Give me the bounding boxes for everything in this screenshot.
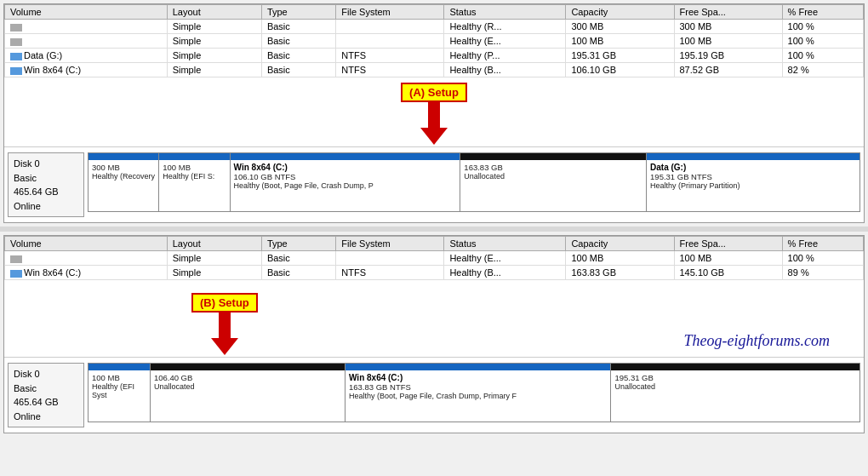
seg-line2: Healthy (Boot, Page File, Crash Dump, Pr… xyxy=(349,392,607,400)
arrow-a xyxy=(420,102,448,145)
cell-capacity: 195.31 GB xyxy=(566,49,674,63)
cell-capacity: 106.10 GB xyxy=(566,63,674,77)
seg-line2: Healthy (Primary Partition) xyxy=(650,181,856,190)
col-b-pct[interactable]: % Free xyxy=(782,237,863,251)
disk-b-visual: Disk 0 Basic 465.64 GB Online 100 MB Hea… xyxy=(4,357,864,433)
col-b-volume[interactable]: Volume xyxy=(5,237,168,251)
disk-segment: 106.40 GB Unallocated xyxy=(151,364,345,422)
col-layout[interactable]: Layout xyxy=(167,5,261,20)
seg-title: Win 8x64 (C:) xyxy=(234,163,457,172)
cell-status: Healthy (P... xyxy=(444,49,566,63)
seg-header xyxy=(151,364,345,370)
disk-a-bar: 300 MB Healthy (Recovery 100 MB Healthy … xyxy=(88,152,860,212)
seg-line2: Unallocated xyxy=(464,172,642,181)
seg-line2: Unallocated xyxy=(614,382,856,391)
seg-line1: 300 MB xyxy=(92,163,155,172)
seg-line1: 163.83 GB NTFS xyxy=(349,382,607,392)
cell-volume xyxy=(5,34,168,49)
cell-type: Basic xyxy=(261,251,335,266)
disk-segment: 163.83 GB Unallocated xyxy=(460,153,647,211)
disk-segment: Win 8x64 (C:) 106.10 GB NTFS Healthy (Bo… xyxy=(231,153,461,211)
table-row: Win 8x64 (C:)SimpleBasicNTFSHealthy (B..… xyxy=(5,266,864,280)
cell-capacity: 300 MB xyxy=(566,20,674,34)
cell-capacity: 100 MB xyxy=(566,251,674,266)
seg-line2: Healthy (Recovery xyxy=(92,172,155,181)
col-b-layout[interactable]: Layout xyxy=(167,237,261,251)
seg-line1: 106.10 GB NTFS xyxy=(234,172,457,181)
col-free[interactable]: Free Spa... xyxy=(674,5,782,20)
cell-layout: Simple xyxy=(167,49,261,63)
section-spacer xyxy=(0,227,868,232)
setup-b-label: (B) Setup xyxy=(191,293,258,313)
cell-free: 87.52 GB xyxy=(674,63,782,77)
disk-segment: 100 MB Healthy (EFI S: xyxy=(159,153,230,211)
cell-status: Healthy (B... xyxy=(444,63,566,77)
setup-a-label: (A) Setup xyxy=(401,83,467,102)
cell-layout: Simple xyxy=(167,34,261,49)
seg-line1: 195.31 GB NTFS xyxy=(650,172,856,181)
cell-status: Healthy (R... xyxy=(444,20,566,34)
cell-type: Basic xyxy=(261,49,335,63)
cell-pct: 100 % xyxy=(782,34,863,49)
cell-free: 100 MB xyxy=(674,34,782,49)
watermark: Theog-eightforums.com xyxy=(684,332,830,350)
arrow-b xyxy=(211,313,238,355)
disk-b-bar: 100 MB Healthy (EFI Syst 106.40 GB Unall… xyxy=(88,363,860,422)
seg-header xyxy=(159,153,229,160)
col-b-status[interactable]: Status xyxy=(444,237,566,251)
cell-status: Healthy (E... xyxy=(444,34,566,49)
cell-fs: NTFS xyxy=(336,63,444,77)
col-b-capacity[interactable]: Capacity xyxy=(566,237,674,251)
disk-b-label: Disk 0 Basic 465.64 GB Online xyxy=(8,363,84,427)
seg-line1: 163.83 GB xyxy=(464,163,642,172)
col-fs[interactable]: File System xyxy=(336,5,444,20)
cell-type: Basic xyxy=(261,266,335,280)
cell-volume: Win 8x64 (C:) xyxy=(5,63,168,77)
cell-volume xyxy=(5,20,168,34)
col-type[interactable]: Type xyxy=(261,5,335,20)
col-capacity[interactable]: Capacity xyxy=(566,5,674,20)
disk-a-visual: Disk 0 Basic 465.64 GB Online 300 MB Hea… xyxy=(4,146,864,222)
cell-type: Basic xyxy=(261,63,335,77)
table-row: SimpleBasicHealthy (R...300 MB300 MB100 … xyxy=(5,20,864,34)
cell-fs: NTFS xyxy=(336,49,444,63)
section-b-table: Volume Layout Type File System Status Ca… xyxy=(4,236,864,280)
col-pct[interactable]: % Free xyxy=(782,5,863,20)
cell-pct: 100 % xyxy=(782,251,863,266)
disk-segment: Win 8x64 (C:) 163.83 GB NTFS Healthy (Bo… xyxy=(345,364,611,422)
cell-capacity: 163.83 GB xyxy=(566,266,674,280)
seg-header xyxy=(345,364,610,370)
col-b-fs[interactable]: File System xyxy=(336,237,444,251)
seg-line1: 100 MB xyxy=(163,163,226,172)
cell-fs xyxy=(336,20,444,34)
cell-volume xyxy=(5,251,168,266)
seg-header xyxy=(89,364,150,370)
cell-volume: Data (G:) xyxy=(5,49,168,63)
cell-status: Healthy (E... xyxy=(444,251,566,266)
seg-title: Win 8x64 (C:) xyxy=(349,373,607,382)
cell-volume: Win 8x64 (C:) xyxy=(5,266,168,280)
seg-header xyxy=(647,153,859,160)
seg-header xyxy=(460,153,646,160)
cell-pct: 100 % xyxy=(782,20,863,34)
col-volume[interactable]: Volume xyxy=(5,5,168,20)
cell-fs xyxy=(336,251,444,266)
table-row: Data (G:)SimpleBasicNTFSHealthy (P...195… xyxy=(5,49,864,63)
cell-layout: Simple xyxy=(167,63,261,77)
col-status[interactable]: Status xyxy=(444,5,566,20)
cell-layout: Simple xyxy=(167,251,261,266)
col-b-free[interactable]: Free Spa... xyxy=(674,237,782,251)
seg-line2: Healthy (Boot, Page File, Crash Dump, P xyxy=(234,181,457,190)
table-row: SimpleBasicHealthy (E...100 MB100 MB100 … xyxy=(5,251,864,266)
cell-fs: NTFS xyxy=(336,266,444,280)
disk-segment: 100 MB Healthy (EFI Syst xyxy=(89,364,151,422)
table-row: Win 8x64 (C:)SimpleBasicNTFSHealthy (B..… xyxy=(5,63,864,77)
cell-pct: 82 % xyxy=(782,63,863,77)
section-a-panel: Volume Layout Type File System Status Ca… xyxy=(3,3,865,223)
col-b-type[interactable]: Type xyxy=(261,237,335,251)
cell-free: 145.10 GB xyxy=(674,266,782,280)
seg-header xyxy=(611,364,859,370)
cell-layout: Simple xyxy=(167,20,261,34)
cell-type: Basic xyxy=(261,20,335,34)
seg-line1: 100 MB xyxy=(92,373,146,382)
